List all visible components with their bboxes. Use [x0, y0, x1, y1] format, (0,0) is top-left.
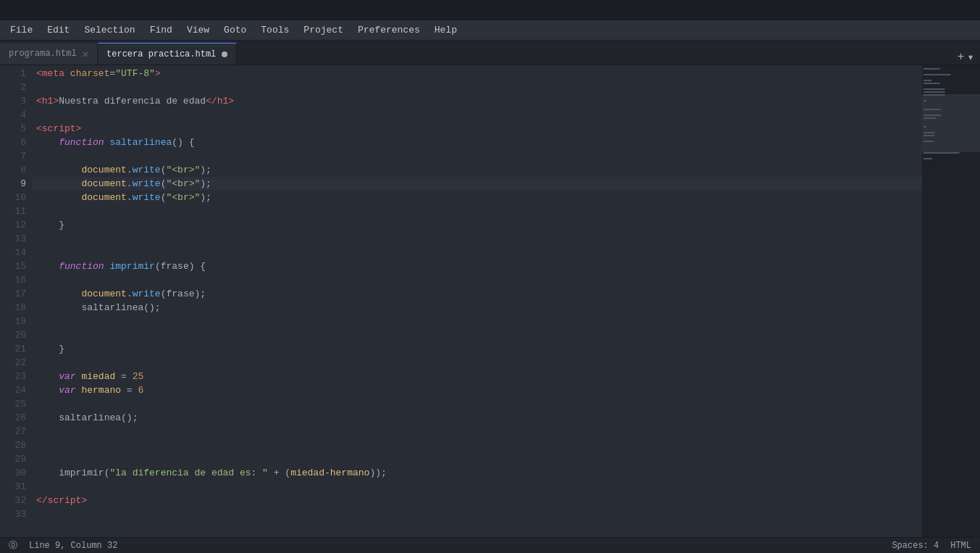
line-number: 16 — [0, 273, 26, 287]
menu-item-tools[interactable]: Tools — [254, 22, 296, 38]
status-bar: ⓪ Line 9, Column 32 Spaces: 4 HTML — [0, 537, 980, 553]
tab-label: programa.html — [9, 49, 77, 59]
code-line: saltarlinea(); — [32, 411, 922, 425]
line-number: 6 — [0, 136, 26, 149]
line-number: 22 — [0, 356, 26, 370]
line-number: 24 — [0, 383, 26, 397]
status-position: Line 9, Column 32 — [29, 541, 117, 551]
tab-tab1[interactable]: programa.html✕ — [0, 43, 98, 65]
tab-label: tercera practica.html — [106, 49, 216, 59]
language-mode: HTML — [950, 541, 971, 551]
line-number: 8 — [0, 163, 26, 177]
line-number: 27 — [0, 425, 26, 438]
code-line — [32, 452, 922, 466]
line-number: 20 — [0, 328, 26, 342]
line-number: 33 — [0, 507, 26, 521]
code-line — [32, 315, 922, 328]
line-number: 18 — [0, 301, 26, 315]
line-number: 21 — [0, 342, 26, 356]
code-line — [32, 80, 922, 94]
code-line — [32, 273, 922, 287]
editor: 1234567891011121314151617181920212223242… — [0, 65, 980, 537]
line-number: 13 — [0, 232, 26, 246]
line-number: 3 — [0, 94, 26, 108]
menu-item-selection[interactable]: Selection — [77, 22, 142, 38]
menu-item-project[interactable]: Project — [296, 22, 351, 38]
tab-tab2[interactable]: tercera practica.html — [98, 43, 237, 65]
code-line — [32, 149, 922, 163]
indentation-info: Spaces: 4 — [892, 541, 939, 551]
tab-bar: programa.html✕tercera practica.html+▾ — [0, 41, 980, 65]
menu-item-edit[interactable]: Edit — [40, 22, 77, 38]
code-line — [32, 232, 922, 246]
code-line: document.write("<br>"); — [32, 191, 922, 204]
line-number: 11 — [0, 204, 26, 218]
menu-item-view[interactable]: View — [180, 22, 217, 38]
menu-bar: FileEditSelectionFindViewGotoToolsProjec… — [0, 20, 980, 41]
code-line: document.write("<br>"); — [32, 177, 922, 191]
menu-item-goto[interactable]: Goto — [217, 22, 254, 38]
code-line: document.write(frase); — [32, 287, 922, 301]
line-number: 29 — [0, 452, 26, 466]
code-line — [32, 204, 922, 218]
line-number: 23 — [0, 370, 26, 383]
code-line — [32, 425, 922, 438]
minimap — [922, 65, 980, 537]
line-number: 4 — [0, 108, 26, 122]
line-number: 7 — [0, 149, 26, 163]
line-number: 25 — [0, 397, 26, 411]
code-line: <meta charset="UTF-8"> — [32, 67, 922, 80]
status-right: Spaces: 4 HTML — [892, 541, 971, 551]
code-line: document.write("<br>"); — [32, 163, 922, 177]
line-number: 30 — [0, 466, 26, 480]
code-line — [32, 507, 922, 521]
code-line: saltarlinea(); — [32, 301, 922, 315]
line-number: 31 — [0, 480, 26, 494]
code-line — [32, 108, 922, 122]
git-icon: ⓪ — [9, 539, 17, 552]
code-line — [32, 246, 922, 259]
menu-item-help[interactable]: Help — [427, 22, 464, 38]
line-number: 14 — [0, 246, 26, 259]
code-line: imprimir("la diferencia de edad es: " + … — [32, 466, 922, 480]
line-number: 10 — [0, 191, 26, 204]
code-area[interactable]: <meta charset="UTF-8"> <h1>Nuestra difer… — [32, 65, 922, 537]
code-line: <h1>Nuestra diferencia de edad</h1> — [32, 94, 922, 108]
menu-item-file[interactable]: File — [3, 22, 40, 38]
tab-bar-end: +▾ — [952, 50, 980, 65]
line-number: 32 — [0, 494, 26, 507]
tab-dot — [222, 51, 227, 57]
code-line: } — [32, 218, 922, 232]
line-number: 17 — [0, 287, 26, 301]
menu-item-find[interactable]: Find — [143, 22, 180, 38]
line-number: 12 — [0, 218, 26, 232]
title-bar — [0, 0, 980, 20]
code-line: } — [32, 342, 922, 356]
code-line — [32, 328, 922, 342]
line-number: 19 — [0, 315, 26, 328]
tab-close-icon[interactable]: ✕ — [83, 48, 88, 60]
code-line — [32, 356, 922, 370]
code-line: </script> — [32, 494, 922, 507]
code-line — [32, 438, 922, 452]
code-line: function imprimir(frase) { — [32, 259, 922, 273]
line-number: 26 — [0, 411, 26, 425]
new-tab-button[interactable]: + — [958, 51, 965, 64]
line-number: 5 — [0, 122, 26, 136]
code-line — [32, 397, 922, 411]
code-line: function saltarlinea() { — [32, 136, 922, 149]
line-number: 9 — [0, 177, 26, 191]
tab-scroll-button[interactable]: ▾ — [967, 50, 974, 65]
menu-item-preferences[interactable]: Preferences — [351, 22, 427, 38]
code-line: var miedad = 25 — [32, 370, 922, 383]
line-number: 1 — [0, 67, 26, 80]
line-number: 28 — [0, 438, 26, 452]
code-line: <script> — [32, 122, 922, 136]
line-numbers: 1234567891011121314151617181920212223242… — [0, 65, 32, 537]
line-number: 2 — [0, 80, 26, 94]
line-number: 15 — [0, 259, 26, 273]
code-line — [32, 480, 922, 494]
code-line: var hermano = 6 — [32, 383, 922, 397]
